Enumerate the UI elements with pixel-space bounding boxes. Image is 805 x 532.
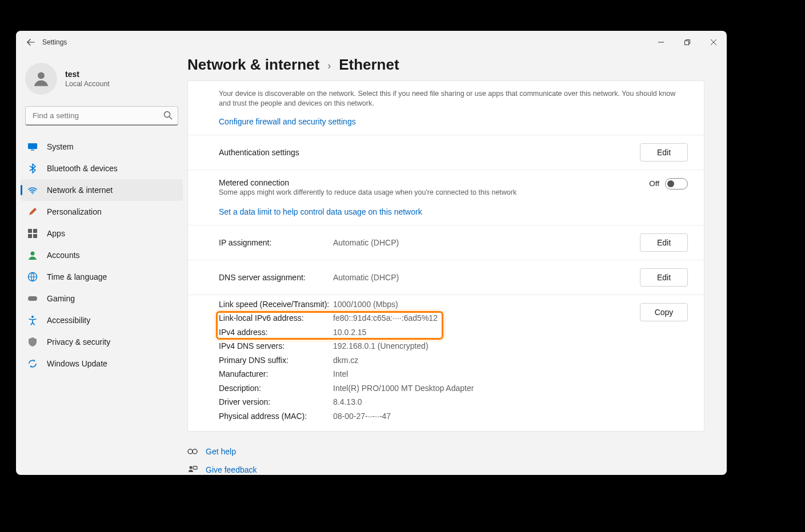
nav-system[interactable]: System (21, 136, 183, 158)
nav: System Bluetooth & devices Network & int… (16, 136, 187, 374)
minimize-button[interactable] (648, 33, 674, 51)
content-area: Network & internet › Ethernet Your devic… (187, 54, 727, 475)
search-box[interactable] (25, 106, 178, 126)
data-limit-link[interactable]: Set a data limit to help control data us… (219, 207, 422, 216)
dns-value: Automatic (DHCP) (333, 273, 640, 282)
svg-rect-4 (31, 150, 34, 151)
detail-row: IPv4 DNS servers:192.168.0.1 (Unencrypte… (219, 339, 688, 353)
detail-label: IPv4 DNS servers: (219, 339, 333, 353)
nav-label: Accessibility (47, 316, 90, 325)
user-profile[interactable]: test Local Account (16, 56, 187, 106)
maximize-button[interactable] (674, 33, 700, 51)
nav-label: Time & language (47, 272, 107, 281)
nav-label: Apps (47, 229, 65, 238)
get-help-link[interactable]: Get help (187, 446, 727, 457)
svg-point-15 (193, 449, 197, 454)
nav-apps[interactable]: Apps (21, 223, 183, 244)
nav-label: Accounts (47, 251, 80, 260)
auth-section: Authentication settings Edit (188, 135, 704, 170)
detail-label: Description: (219, 381, 333, 396)
accounts-icon (27, 250, 38, 260)
auth-edit-button[interactable]: Edit (640, 143, 688, 162)
feedback-label: Give feedback (206, 465, 257, 474)
svg-rect-3 (28, 143, 37, 149)
detail-label: IPv4 address: (219, 325, 333, 340)
gamepad-icon (27, 293, 38, 304)
window-controls (648, 33, 727, 51)
nav-label: Privacy & security (47, 337, 110, 346)
back-button[interactable] (23, 34, 39, 50)
monitor-icon (27, 142, 38, 152)
svg-point-14 (188, 449, 193, 454)
detail-row: Manufacturer:Intel (219, 367, 688, 381)
bluetooth-icon (27, 163, 38, 174)
nav-label: Personalization (47, 207, 102, 216)
shield-icon (27, 337, 38, 347)
avatar (25, 63, 57, 95)
ip-section: IP assignment: Automatic (DHCP) Edit (188, 225, 704, 260)
metered-sub: Some apps might work differently to redu… (219, 188, 649, 196)
firewall-link[interactable]: Configure firewall and security settings (219, 117, 356, 126)
settings-window: Settings test Local Account S (16, 31, 727, 475)
detail-value: fe80::91d4:c65a:····:6ad5%12 (333, 311, 438, 325)
close-button[interactable] (700, 33, 727, 51)
metered-toggle-label: Off (649, 179, 659, 188)
detail-row: Driver version:8.4.13.0 (219, 395, 688, 409)
copy-button[interactable]: Copy (640, 303, 688, 321)
nav-bluetooth[interactable]: Bluetooth & devices (21, 158, 183, 179)
breadcrumb-parent[interactable]: Network & internet (187, 56, 319, 74)
metered-toggle[interactable] (665, 178, 688, 190)
detail-row: Link-local IPv6 address:fe80::91d4:c65a:… (219, 311, 688, 325)
titlebar: Settings (16, 31, 727, 54)
feedback-icon (187, 465, 198, 475)
detail-row: Link speed (Receive/Transmit):1000/1000 … (219, 297, 688, 312)
svg-point-2 (165, 112, 170, 118)
nav-windows-update[interactable]: Windows Update (21, 353, 183, 374)
feedback-link[interactable]: Give feedback (187, 465, 727, 475)
brush-icon (27, 207, 38, 217)
detail-label: Physical address (MAC): (219, 409, 333, 424)
detail-value: 8.4.13.0 (333, 395, 362, 409)
detail-value: 192.168.0.1 (Unencrypted) (333, 339, 428, 353)
ip-edit-button[interactable]: Edit (640, 233, 688, 252)
detail-row: IPv4 address:10.0.2.15 (219, 325, 688, 340)
nav-label: Windows Update (47, 359, 107, 368)
metered-title: Metered connection (219, 178, 649, 187)
nav-privacy[interactable]: Privacy & security (21, 331, 183, 353)
detail-label: Link speed (Receive/Transmit): (219, 297, 333, 312)
metered-section: Metered connection Some apps might work … (188, 170, 704, 225)
nav-time-language[interactable]: Time & language (21, 266, 183, 288)
detail-label: Driver version: (219, 395, 333, 409)
breadcrumb-current: Ethernet (339, 56, 399, 74)
detail-value: dkm.cz (333, 353, 358, 368)
user-name: test (65, 70, 110, 79)
wifi-icon (27, 185, 38, 195)
search-input[interactable] (25, 106, 178, 126)
nav-accounts[interactable]: Accounts (21, 244, 183, 266)
detail-row: Physical address (MAC):08-00-27-··-··-47 (219, 409, 688, 424)
nav-personalization[interactable]: Personalization (21, 201, 183, 223)
details-section: Copy Link speed (Receive/Transmit):1000/… (188, 295, 704, 432)
svg-point-1 (38, 72, 45, 79)
nav-accessibility[interactable]: Accessibility (21, 309, 183, 331)
svg-rect-8 (28, 234, 32, 238)
search-icon (163, 111, 173, 120)
breadcrumb: Network & internet › Ethernet (187, 54, 727, 80)
svg-point-10 (31, 252, 35, 256)
svg-rect-12 (28, 296, 37, 301)
ip-value: Automatic (DHCP) (333, 238, 640, 247)
nav-network[interactable]: Network & internet (21, 179, 183, 201)
footer-links: Get help Give feedback (187, 446, 727, 475)
detail-label: Link-local IPv6 address: (219, 311, 333, 325)
person-icon (31, 69, 51, 88)
settings-panel: Your device is discoverable on the netwo… (187, 80, 704, 432)
sidebar: test Local Account System Bluetooth & de… (16, 54, 187, 475)
detail-value: Intel(R) PRO/1000 MT Desktop Adapter (333, 381, 474, 396)
detail-label: Primary DNS suffix: (219, 353, 333, 368)
nav-label: Gaming (47, 294, 75, 303)
svg-rect-7 (33, 229, 37, 233)
help-icon (187, 446, 198, 457)
dns-edit-button[interactable]: Edit (640, 268, 688, 287)
svg-rect-17 (193, 466, 197, 469)
nav-gaming[interactable]: Gaming (21, 288, 183, 309)
